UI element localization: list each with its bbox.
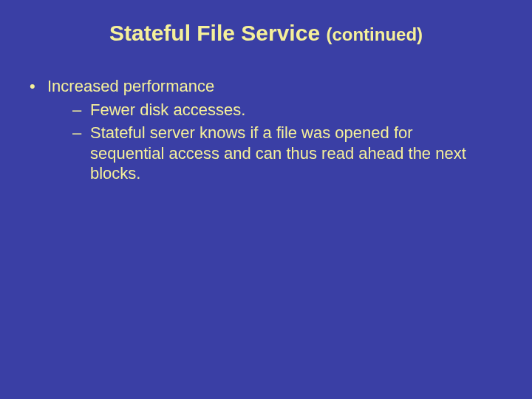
bullet-level1: Increased performance — [0, 76, 532, 97]
title-suffix: (continued) — [326, 24, 423, 44]
bullet-level2: Fewer disk accesses. — [0, 100, 532, 120]
slide: Stateful File Service (continued) Increa… — [0, 0, 532, 399]
slide-body: Increased performance Fewer disk accesse… — [0, 76, 532, 184]
title-main: Stateful File Service — [109, 21, 326, 45]
bullet-text: Stateful server knows if a file was open… — [90, 123, 466, 183]
slide-title: Stateful File Service (continued) — [0, 0, 532, 45]
bullet-text: Increased performance — [47, 77, 214, 95]
bullet-text: Fewer disk accesses. — [90, 100, 245, 119]
bullet-level2: Stateful server knows if a file was open… — [0, 123, 532, 184]
